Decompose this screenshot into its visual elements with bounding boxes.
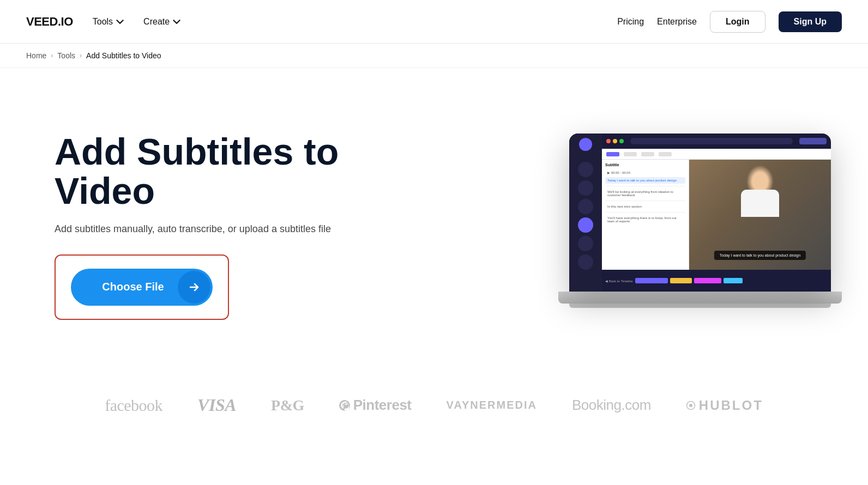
tab-3 <box>641 152 654 156</box>
sidebar-item-5 <box>578 254 593 270</box>
pricing-link[interactable]: Pricing <box>617 17 644 27</box>
panel-row-active: Today I want to talk to you about produc… <box>605 177 685 184</box>
panel-row-3: In this next intro section <box>605 203 685 210</box>
nav-right: Pricing Enterprise Login Sign Up <box>617 11 842 33</box>
sidebar-item-active <box>578 217 593 233</box>
upload-box: Choose File <box>55 254 229 320</box>
screen-topbar <box>602 134 831 149</box>
laptop-mockup: Subtitle ▶ 00:00 - 00:04 Today I want to… <box>558 134 842 319</box>
panel-title: Subtitle <box>605 163 685 167</box>
main-nav: VEED.IO Tools Create Pricing Enterprise … <box>0 0 868 44</box>
breadcrumb-tools[interactable]: Tools <box>57 51 75 60</box>
topbar-fullscreen <box>619 139 624 143</box>
screen-main: Subtitle ▶ 00:00 - 00:04 Today I want to… <box>602 134 831 292</box>
hero-subtitle: Add subtitles manually, auto transcribe,… <box>55 223 382 235</box>
timeline-track-3 <box>694 278 721 283</box>
svg-point-2 <box>689 404 692 407</box>
timeline-track-2 <box>670 278 692 283</box>
hero-left: Add Subtitles to Video Add subtitles man… <box>55 132 382 320</box>
choose-file-button[interactable]: Choose File <box>71 269 213 306</box>
pinterest-logo-icon <box>339 400 350 411</box>
laptop-base <box>558 292 842 304</box>
laptop-screen: Subtitle ▶ 00:00 - 00:04 Today I want to… <box>569 134 831 292</box>
breadcrumb: Home › Tools › Add Subtitles to Video <box>0 44 868 68</box>
create-chevron-icon <box>173 18 180 26</box>
enterprise-link[interactable]: Enterprise <box>657 17 697 27</box>
login-button[interactable]: Login <box>710 11 765 33</box>
tab-active <box>606 152 619 156</box>
brand-visa: VISA <box>197 395 236 415</box>
topbar-title-area <box>630 138 793 144</box>
screen-content: Subtitle ▶ 00:00 - 00:04 Today I want to… <box>602 160 831 270</box>
topbar-export-btn <box>799 138 827 144</box>
panel-divider <box>605 186 685 186</box>
brands-section: facebook VISA P&G Pinterest VAYNERMEDIA … <box>0 373 868 448</box>
subtitle-panel: Subtitle ▶ 00:00 - 00:04 Today I want to… <box>602 160 689 270</box>
arrow-right-icon <box>188 281 201 294</box>
tools-chevron-icon <box>116 18 124 26</box>
sidebar-item-3 <box>578 199 593 214</box>
sidebar-item-1 <box>578 162 593 177</box>
video-area: Today I want to talk to you about produc… <box>689 160 831 270</box>
video-subtitle: Today I want to talk to you about produc… <box>714 251 806 260</box>
nav-create[interactable]: Create <box>143 17 180 27</box>
panel-divider-2 <box>605 201 685 201</box>
sidebar-item-2 <box>578 180 593 196</box>
screen-sidebar <box>569 134 602 292</box>
sidebar-item-4 <box>578 236 593 251</box>
topbar-minimize <box>613 139 617 143</box>
logo[interactable]: VEED.IO <box>26 15 73 29</box>
screen-timeline: ◀ Back to Timeline <box>602 270 831 292</box>
signup-button[interactable]: Sign Up <box>779 11 842 32</box>
laptop-base-bottom <box>569 304 831 308</box>
breadcrumb-sep-2: › <box>80 52 82 59</box>
page-title: Add Subtitles to Video <box>55 132 382 210</box>
nav-tools[interactable]: Tools <box>93 17 124 27</box>
hero-section: Add Subtitles to Video Add subtitles man… <box>0 68 868 373</box>
brand-booking: Booking.com <box>572 397 651 414</box>
sidebar-logo <box>579 138 592 151</box>
brand-vaynermedia: VAYNERMEDIA <box>447 399 537 411</box>
breadcrumb-sep-1: › <box>51 52 53 59</box>
timeline-track-4 <box>724 278 743 283</box>
topbar-close <box>606 139 611 143</box>
timeline-label: ◀ Back to Timeline <box>605 279 633 283</box>
timeline-track-1 <box>635 278 668 283</box>
video-thumbnail: Today I want to talk to you about produc… <box>689 160 831 270</box>
nav-left: VEED.IO Tools Create <box>26 15 180 29</box>
brand-pinterest: Pinterest <box>339 397 412 414</box>
tab-2 <box>624 152 637 156</box>
breadcrumb-home[interactable]: Home <box>26 51 46 60</box>
brand-facebook: facebook <box>105 396 162 415</box>
hero-image: Subtitle ▶ 00:00 - 00:04 Today I want to… <box>558 134 842 319</box>
tab-4 <box>659 152 672 156</box>
panel-row-2: We'll be looking at everything from idea… <box>605 189 685 198</box>
panel-row-4: You'll have everything there is to know,… <box>605 215 685 225</box>
hublot-icon <box>686 401 696 410</box>
panel-divider-3 <box>605 212 685 213</box>
panel-row-1: ▶ 00:00 - 00:04 <box>605 169 685 176</box>
arrow-circle-icon <box>178 271 210 304</box>
breadcrumb-current: Add Subtitles to Video <box>86 51 161 60</box>
screen-ui: Subtitle ▶ 00:00 - 00:04 Today I want to… <box>569 134 831 292</box>
brand-pg: P&G <box>271 397 304 414</box>
screen-tabs <box>602 149 831 160</box>
brand-hublot: HUBLOT <box>686 398 763 413</box>
